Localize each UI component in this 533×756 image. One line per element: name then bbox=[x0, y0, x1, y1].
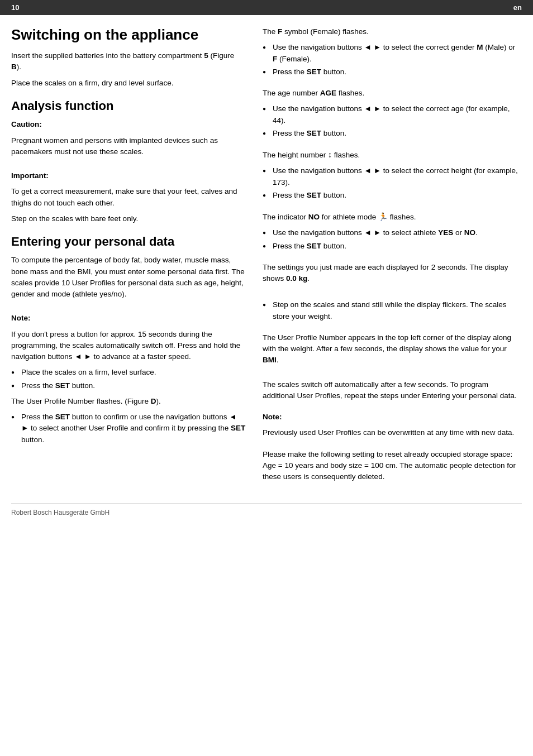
page-number: 10 bbox=[11, 3, 19, 12]
section-profile: The User Profile Number appears in the t… bbox=[263, 332, 522, 401]
personal-heading: Entering your personal data bbox=[11, 235, 246, 249]
right-column: The F symbol (Female) flashes. Use the n… bbox=[263, 26, 522, 492]
display-text1: The settings you just made are each disp… bbox=[263, 262, 522, 285]
switching-body1: Insert the supplied batteries into the b… bbox=[11, 50, 246, 73]
height-bullets: Use the navigation buttons ◄ ► to select… bbox=[263, 165, 522, 201]
list-item: Press the SET button. bbox=[263, 128, 522, 139]
section-display: The settings you just made are each disp… bbox=[263, 262, 522, 322]
personal-body1: To compute the percentage of body fat, b… bbox=[11, 255, 246, 300]
section-age: The age number AGE flashes. Use the navi… bbox=[263, 88, 522, 139]
athlete-icon: 🏃 bbox=[378, 212, 388, 221]
section-personal: Entering your personal data To compute t… bbox=[11, 235, 246, 446]
list-item: Use the navigation buttons ◄ ► to select… bbox=[263, 165, 522, 188]
list-item: Use the navigation buttons ◄ ► to select… bbox=[263, 103, 522, 126]
gender-intro: The F symbol (Female) flashes. bbox=[263, 26, 522, 37]
personal-bullets: Place the scales on a firm, level surfac… bbox=[11, 367, 246, 391]
note2-text: Previously used User Profiles can be ove… bbox=[263, 427, 522, 438]
company-name: Robert Bosch Hausgeräte GmbH bbox=[11, 509, 110, 516]
caution-text: Pregnant women and persons with implante… bbox=[11, 135, 246, 158]
list-item: Place the scales on a firm, level surfac… bbox=[11, 367, 246, 378]
age-bullets: Use the navigation buttons ◄ ► to select… bbox=[263, 103, 522, 139]
footer: Robert Bosch Hausgeräte GmbH bbox=[0, 504, 533, 521]
list-item: Press the SET button. bbox=[263, 241, 522, 252]
left-column: Switching on the appliance Insert the su… bbox=[11, 26, 246, 492]
note2-label: Note: bbox=[263, 412, 522, 423]
note-label: Note: bbox=[11, 313, 246, 324]
list-item: Step on the scales and stand still while… bbox=[263, 299, 522, 322]
athlete-bullets: Use the navigation buttons ◄ ► to select… bbox=[263, 227, 522, 252]
height-intro: The height number ↕ flashes. bbox=[263, 149, 522, 161]
step-bullets: Step on the scales and stand still while… bbox=[263, 299, 522, 322]
section-athlete: The indicator NO for athlete mode 🏃 flas… bbox=[263, 211, 522, 252]
section-height: The height number ↕ flashes. Use the nav… bbox=[263, 149, 522, 201]
important-label: Important: bbox=[11, 170, 246, 181]
profile-flash-text: The User Profile Number flashes. (Figure… bbox=[11, 396, 246, 407]
header-bar: 10 en bbox=[0, 0, 533, 15]
analysis-heading: Analysis function bbox=[11, 99, 246, 113]
language-code: en bbox=[513, 3, 522, 12]
section-analysis: Analysis function Caution: Pregnant wome… bbox=[11, 99, 246, 224]
profile-text1: The User Profile Number appears in the t… bbox=[263, 332, 522, 366]
section-gender: The F symbol (Female) flashes. Use the n… bbox=[263, 26, 522, 78]
main-content: Switching on the appliance Insert the su… bbox=[0, 15, 533, 504]
note-text: If you don't press a button for approx. … bbox=[11, 329, 246, 363]
section-note: Note: Previously used User Profiles can … bbox=[263, 412, 522, 439]
section-switching: Switching on the appliance Insert the su… bbox=[11, 26, 246, 89]
list-item: Press the SET button. bbox=[263, 66, 522, 78]
list-item: Use the navigation buttons ◄ ► to select… bbox=[263, 42, 522, 65]
list-item: Press the SET button to confirm or use t… bbox=[11, 412, 246, 446]
list-item: Press the SET button. bbox=[263, 190, 522, 201]
list-item: Use the navigation buttons ◄ ► to select… bbox=[263, 227, 522, 238]
important-text1: To get a correct measurement, make sure … bbox=[11, 186, 246, 209]
section-reset: Please make the following setting to res… bbox=[263, 449, 522, 483]
athlete-intro: The indicator NO for athlete mode 🏃 flas… bbox=[263, 211, 522, 223]
switching-heading: Switching on the appliance bbox=[11, 26, 246, 44]
profile-text2: The scales switch off automatically afte… bbox=[263, 379, 522, 402]
age-intro: The age number AGE flashes. bbox=[263, 88, 522, 99]
page: 10 en Switching on the appliance Insert … bbox=[0, 0, 533, 756]
gender-bullets: Use the navigation buttons ◄ ► to select… bbox=[263, 42, 522, 78]
reset-text: Please make the following setting to res… bbox=[263, 449, 522, 483]
switching-body2: Place the scales on a firm, dry and leve… bbox=[11, 78, 246, 89]
list-item: Press the SET button. bbox=[11, 380, 246, 391]
confirm-bullets: Press the SET button to confirm or use t… bbox=[11, 412, 246, 446]
height-icon: ↕ bbox=[328, 150, 332, 159]
caution-label: Caution: bbox=[11, 119, 246, 130]
important-text2: Step on the scales with bare feet only. bbox=[11, 213, 246, 224]
